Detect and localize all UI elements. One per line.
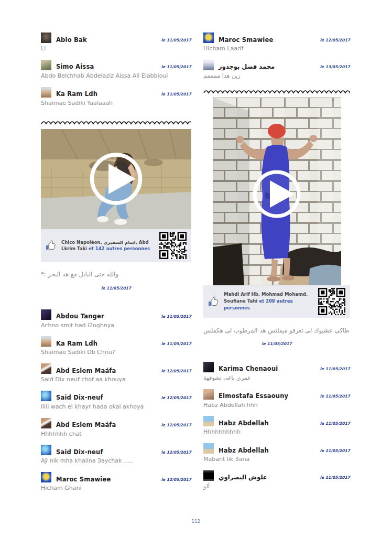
comment-date: le 11/05/2017 (161, 38, 192, 44)
comment-date: le 11/05/2017 (161, 92, 192, 98)
comment-row: Abdou Tanger le 11/05/2017 Achno smit ha… (41, 309, 191, 329)
video-scene (41, 129, 191, 229)
squiggle-divider-icon (41, 120, 191, 125)
commenter-name: محمد فضل بوجدور (219, 64, 275, 70)
comment-text: liiii wach el khayr hada okal akhoya (41, 403, 191, 411)
comment-row: Ka Ram Ldh le 11/05/2017 Shaimae Sadiki … (41, 336, 191, 356)
comment-date: le 11/05/2017 (320, 475, 351, 481)
avatar (203, 416, 214, 426)
commenter-name: Abd Eslem Maáfa (56, 368, 116, 374)
left-column: Ablo Bak le 11/05/2017 Ll Simo Aissa le … (41, 33, 191, 499)
commenter-name: Said Dix-neuf (56, 449, 103, 456)
commenter-name: Habz Abdellah (219, 421, 269, 427)
comment-date: le 12/05/2017 (161, 395, 192, 401)
avatar (203, 60, 214, 70)
comment-row: Maroc Smawiee le 12/05/2017 Hicham Laari… (203, 33, 350, 52)
commenter-name: Habz Abdellah (219, 448, 269, 454)
like-bar: Chico Napoléon, اسام السفيري, Abd Lkrim … (41, 229, 191, 262)
comment-date: le 11/05/2017 (320, 448, 351, 454)
comment-date: le 11/05/2017 (320, 394, 351, 400)
comment-date: le 12/05/2017 (320, 38, 351, 44)
video-scene (213, 98, 341, 285)
comment-text: Hhhhhhh chat (41, 431, 191, 438)
avatar (41, 391, 51, 401)
avatar (41, 60, 51, 70)
comment-date: le 11/05/2017 (320, 421, 351, 427)
post-date: le 11/05/2017 (41, 286, 191, 291)
comment-row: Ablo Bak le 11/05/2017 Ll (41, 33, 191, 52)
commenter-name: Ka Ram Ldh (56, 341, 97, 347)
like-names: Mahdi Arif Hb, Mohmad Mohamd, Soufiane T… (224, 291, 317, 311)
avatar (41, 472, 51, 482)
qr-code (159, 232, 187, 259)
comment-text: Shaimae Sadiki Yaalaaah (41, 100, 191, 107)
post-caption: طاكي عشيوك لي تعرفو ميفلتش هد المرطوب لي… (203, 326, 350, 335)
comment-date: le 11/05/2017 (320, 367, 351, 372)
avatar (203, 470, 214, 481)
comment-row: محمد فضل بوجدور le 13/05/2017 زين هدا مم… (203, 60, 350, 80)
squiggle-divider-icon (203, 89, 350, 94)
video-post: Mahdi Arif Hb, Mohmad Mohamd, Soufiane T… (203, 98, 350, 318)
comment-text: زين هدا ممممم (203, 72, 350, 80)
avatar (41, 363, 51, 374)
commenter-name: Maroc Smawiee (56, 477, 111, 483)
avatar (203, 389, 214, 400)
comment-row: علوش البصراوي le 11/05/2017 ألو (203, 470, 350, 490)
comment-date: le 12/05/2017 (161, 477, 192, 483)
comment-text: Said Dix-neuf chof aa khouya (41, 376, 191, 383)
commenter-name: Karima Chenaoui (219, 366, 278, 372)
comment-row: Abd Eslem Maáfa le 12/05/2017 Said Dix-n… (41, 363, 191, 383)
comment-date: le 11/05/2017 (161, 314, 192, 320)
comment-text: Hicham Laarif (203, 45, 350, 52)
comment-text: عمري باغي نشوفهة (203, 374, 350, 382)
avatar (41, 418, 51, 428)
avatar (203, 33, 214, 43)
comment-row: Elmostafa Essaouny le 11/05/2017 Habz Ab… (203, 389, 350, 409)
comment-text: Hhhhhhhhhh (203, 428, 350, 436)
avatar (41, 309, 51, 320)
comment-text: Abdo Belchhab Abdelaziz Aissa Ali Elabbi… (41, 72, 191, 80)
avatar (41, 87, 51, 98)
commenter-name: Said Dix-neuf (56, 395, 103, 401)
video-thumbnail[interactable] (41, 129, 191, 229)
comment-row: Habz Abdellah le 11/05/2017 Hhhhhhhhhh (203, 416, 350, 436)
avatar (41, 445, 51, 455)
comment-row: Said Dix-neuf le 12/05/2017 liiii wach e… (41, 391, 191, 411)
comment-text: ألو (203, 483, 350, 490)
comment-text: Ll (41, 45, 191, 52)
post-caption: والله حتى البابل مع هد البحر :* (41, 270, 191, 279)
commenter-name: Elmostafa Essaouny (219, 393, 288, 400)
comment-text: Hicham Ghani (41, 485, 191, 492)
like-count-link[interactable]: et 142 autres personnes (89, 246, 150, 251)
avatar (203, 443, 214, 454)
comment-date: le 11/05/2017 (161, 341, 192, 347)
commenter-name: Ablo Bak (56, 37, 87, 44)
right-column: Maroc Smawiee le 12/05/2017 Hicham Laari… (203, 33, 350, 498)
comment-text: Shaimae Sadiki Db Chnu? (41, 349, 191, 356)
comments-list: Abdou Tanger le 11/05/2017 Achno smit ha… (41, 309, 191, 492)
thumbs-up-icon (46, 240, 56, 251)
comment-text: Achno smit had l2oghnya (41, 322, 191, 329)
thumbs-up-icon (208, 296, 219, 307)
commenter-name: Simo Aissa (56, 64, 94, 70)
post-date: le 11/05/2017 (203, 341, 350, 346)
video-post: Chico Napoléon, اسام السفيري, Abd Lkrim … (41, 129, 191, 262)
qr-code (318, 288, 345, 315)
commenter-name: Maroc Smawiee (219, 37, 273, 44)
comments-list: Karima Chenaoui le 11/05/2017 عمري باغي … (203, 362, 350, 490)
commenter-name: Abdou Tanger (56, 314, 104, 320)
comment-date: le 12/05/2017 (161, 369, 192, 374)
comment-row: Ka Ram Ldh le 11/05/2017 Shaimae Sadiki … (41, 87, 191, 107)
avatar (41, 336, 51, 347)
avatar (203, 362, 214, 372)
commenter-name: Abd Eslem Maáfa (56, 422, 116, 428)
comment-row: Abd Eslem Maáfa le 12/05/2017 Hhhhhhh ch… (41, 418, 191, 438)
comment-row: Karima Chenaoui le 11/05/2017 عمري باغي … (203, 362, 350, 382)
comment-text: Aÿ nik mha khalina 3aychak ….. (41, 457, 191, 465)
video-thumbnail[interactable] (213, 98, 341, 285)
commenter-name: Ka Ram Ldh (56, 91, 97, 98)
like-names: Chico Napoléon, اسام السفيري, Abd Lkrim … (61, 239, 155, 253)
commenter-name: علوش البصراوي (219, 475, 267, 481)
comment-row: Simo Aissa le 11/05/2017 Abdo Belchhab A… (41, 60, 191, 80)
avatar (41, 33, 51, 43)
